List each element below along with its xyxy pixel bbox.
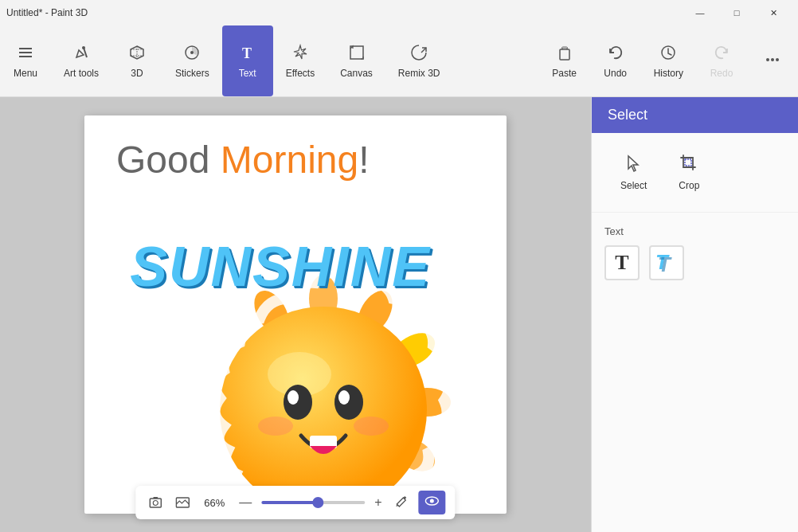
toolbar-item-paste[interactable]: Paste xyxy=(539,25,590,96)
svg-point-12 xyxy=(766,58,769,61)
svg-point-4 xyxy=(82,46,85,49)
svg-point-27 xyxy=(334,385,363,420)
screenshot-button[interactable] xyxy=(145,494,166,511)
zoom-slider-container xyxy=(261,501,365,504)
maximize-button[interactable]: □ xyxy=(718,0,755,25)
svg-point-24 xyxy=(220,307,427,514)
image-toggle-button[interactable] xyxy=(172,494,193,511)
zoom-level: 66% xyxy=(199,497,229,509)
3d-text-icon: T T xyxy=(654,248,679,277)
toolbar-item-undo[interactable]: Undo xyxy=(590,25,641,96)
undo-icon xyxy=(607,44,624,65)
svg-rect-10 xyxy=(562,46,567,49)
minimize-button[interactable]: — xyxy=(682,0,718,25)
svg-point-28 xyxy=(288,390,299,405)
svg-point-38 xyxy=(430,499,434,503)
right-panel-title: Select xyxy=(608,107,647,123)
right-panel-header: Select xyxy=(592,97,798,133)
bottom-bar: 66% — + xyxy=(135,486,455,519)
svg-point-14 xyxy=(776,58,779,61)
zoom-slider[interactable] xyxy=(261,501,365,504)
text-toolbar-icon: T xyxy=(239,44,256,65)
title-bar: Untitled* - Paint 3D — □ ✕ xyxy=(0,0,798,25)
svg-point-26 xyxy=(284,385,312,420)
plain-text-option[interactable]: T xyxy=(604,245,640,280)
svg-rect-2 xyxy=(19,56,32,57)
crop-tool-icon xyxy=(679,154,698,175)
select-tool-button[interactable]: Select xyxy=(604,146,663,199)
svg-point-29 xyxy=(338,390,350,405)
toolbar-item-art-tools[interactable]: Art tools xyxy=(51,25,111,96)
svg-point-30 xyxy=(258,417,293,436)
right-panel: Select Select xyxy=(591,97,798,532)
view-button[interactable] xyxy=(419,491,446,514)
svg-point-31 xyxy=(354,417,389,436)
effects-icon xyxy=(291,44,309,65)
svg-text:T: T xyxy=(658,252,672,274)
canvas-area: Good Morning! SUNSHINE xyxy=(0,97,591,532)
close-button[interactable]: ✕ xyxy=(755,0,792,25)
crop-tool-label: Crop xyxy=(679,180,699,191)
history-icon xyxy=(659,44,677,65)
toolbar-item-effects[interactable]: Effects xyxy=(273,25,327,96)
redo-label: Redo xyxy=(710,68,733,79)
remix3d-icon xyxy=(410,44,428,65)
toolbar-item-stickers[interactable]: Stickers xyxy=(162,25,222,96)
remix3d-label: Remix 3D xyxy=(398,68,440,79)
menu-icon xyxy=(17,44,34,65)
right-panel-tools: Select Crop xyxy=(592,133,798,213)
3d-label: 3D xyxy=(131,68,143,79)
svg-rect-35 xyxy=(153,497,158,499)
good-morning-text: Good Morning! xyxy=(116,139,475,182)
text-section-label: Text xyxy=(604,225,785,237)
window-controls: — □ ✕ xyxy=(682,0,792,25)
toolbar-menu-label: Menu xyxy=(14,68,37,79)
3d-text-option[interactable]: T T xyxy=(649,245,684,280)
svg-point-13 xyxy=(771,58,774,61)
toolbar-item-more[interactable] xyxy=(747,25,798,96)
svg-rect-1 xyxy=(19,52,32,53)
zoom-plus-button[interactable]: + xyxy=(371,495,385,510)
undo-label: Undo xyxy=(604,68,627,79)
toolbar-item-text[interactable]: T Text xyxy=(222,25,273,96)
drawing-canvas: Good Morning! SUNSHINE xyxy=(84,115,507,514)
more-icon xyxy=(764,51,781,72)
good-text: Good xyxy=(116,139,221,181)
art-tools-icon xyxy=(72,44,90,65)
zoom-minus-button[interactable]: — xyxy=(236,495,255,510)
window-title: Untitled* - Paint 3D xyxy=(6,7,88,18)
svg-text:T: T xyxy=(242,45,252,61)
svg-point-6 xyxy=(190,51,194,54)
3d-icon xyxy=(128,44,146,65)
toolbar-item-remix3d[interactable]: Remix 3D xyxy=(385,25,453,96)
stickers-icon xyxy=(183,44,201,65)
pencil-button[interactable] xyxy=(392,492,413,513)
sun-svg xyxy=(164,227,483,514)
toolbar-item-redo[interactable]: Redo xyxy=(696,25,747,96)
toolbar-item-3d[interactable]: 3D xyxy=(111,25,162,96)
svg-rect-0 xyxy=(19,48,32,49)
toolbar: Menu Art tools 3D xyxy=(0,25,798,97)
history-label: History xyxy=(654,68,683,79)
select-tool-label: Select xyxy=(620,180,647,191)
toolbar-item-canvas[interactable]: Canvas xyxy=(327,25,385,96)
morning-text: Morning xyxy=(221,139,358,181)
svg-rect-8 xyxy=(350,46,363,59)
toolbar-item-history[interactable]: History xyxy=(641,25,696,96)
text-type-options: T T T xyxy=(604,245,785,280)
paste-icon xyxy=(556,44,573,65)
plain-text-icon: T xyxy=(615,251,628,275)
canvas-label: Canvas xyxy=(340,68,373,79)
svg-rect-39 xyxy=(685,159,691,166)
redo-icon xyxy=(713,44,730,65)
effects-label: Effects xyxy=(286,68,315,79)
art-tools-label: Art tools xyxy=(64,68,99,79)
text-section: Text T T T xyxy=(592,213,798,293)
text-label: Text xyxy=(239,68,256,79)
toolbar-item-menu[interactable]: Menu xyxy=(0,25,51,96)
exclaim-text: ! xyxy=(358,139,369,181)
crop-tool-button[interactable]: Crop xyxy=(663,146,715,199)
svg-rect-9 xyxy=(560,49,569,60)
paste-label: Paste xyxy=(552,68,577,79)
svg-point-34 xyxy=(153,501,158,506)
